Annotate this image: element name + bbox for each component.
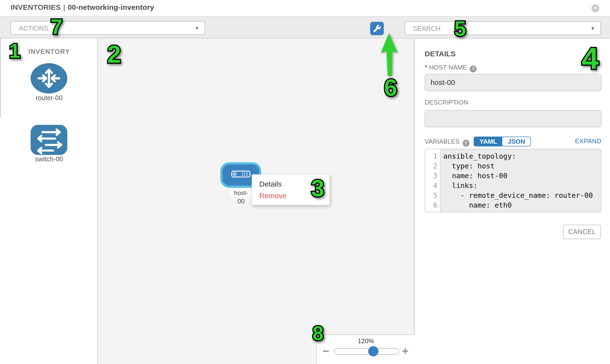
editor-line: 7 remote_interface_name: eth0: [425, 210, 601, 212]
editor-line-number: 3: [425, 171, 440, 181]
editor-line-number: 2: [425, 161, 440, 171]
editor-line-number: 5: [425, 190, 440, 200]
editor-line-text: - remote_device_name: router-00: [440, 190, 601, 200]
host-name-label-row: *HOST NAME?: [425, 64, 477, 72]
editor-line-text: ansible_topology:: [440, 151, 601, 161]
chevron-down-icon: ▾: [195, 25, 198, 31]
host-name-field[interactable]: [425, 74, 601, 91]
variables-editor[interactable]: 1ansible_topology:2 type: host3 name: ho…: [425, 149, 601, 212]
tab-yaml[interactable]: YAML: [474, 137, 502, 146]
cancel-button[interactable]: CANCEL: [563, 225, 601, 239]
zoom-in-button[interactable]: +: [402, 344, 409, 358]
editor-line-number: 6: [425, 200, 440, 210]
actions-dropdown-label: ACTIONS: [19, 25, 48, 32]
host-node-label: host-00: [231, 189, 252, 197]
toolbar: ACTIONS ▾ SEARCH ▾: [0, 16, 610, 39]
sidebar-item-switch-label: switch-00: [0, 156, 98, 163]
breadcrumb-inventory-name: 00-networking-inventory: [68, 3, 154, 11]
sidebar-item-switch[interactable]: [31, 125, 67, 156]
context-menu: Details Remove: [252, 174, 330, 205]
details-panel: DETAILS *HOST NAME? DESCRIPTION VARIABLE…: [415, 39, 610, 364]
sidebar-title: INVENTORY: [0, 48, 98, 56]
editor-line-number: 4: [425, 181, 440, 190]
zoom-slider-thumb[interactable]: [368, 346, 378, 356]
editor-line-text: name: host-00: [440, 171, 601, 181]
context-menu-item-details[interactable]: Details: [252, 178, 329, 190]
description-field[interactable]: [425, 110, 601, 127]
editor-padding: [425, 149, 601, 151]
inventory-topology-page: INVENTORIES|00-networking-inventory ✕ AC…: [0, 0, 610, 364]
variables-label: VARIABLES: [425, 138, 460, 145]
required-asterisk: *: [425, 64, 427, 71]
editor-line-number: 1: [425, 151, 440, 161]
editor-line: 6 name: eth0: [425, 200, 601, 210]
editor-line-text: name: eth0: [440, 200, 601, 210]
editor-line: 3 name: host-00: [425, 171, 601, 181]
editor-line: 1ansible_topology:: [425, 151, 601, 161]
editor-body: 1ansible_topology:2 type: host3 name: ho…: [425, 151, 601, 212]
host-server-icon: [231, 171, 250, 179]
search-input-placeholder: SEARCH: [413, 25, 441, 33]
variables-label-row: VARIABLES?: [425, 138, 469, 147]
zoom-control-panel: 120% − +: [316, 334, 415, 364]
wrench-tool-button[interactable]: [370, 22, 384, 35]
editor-line: 5 - remote_device_name: router-00: [425, 190, 601, 200]
variables-format-toggle: YAML JSON: [474, 137, 531, 146]
details-panel-title: DETAILS: [425, 50, 455, 58]
search-dropdown[interactable]: SEARCH ▾: [405, 21, 601, 35]
chevron-down-icon: ▾: [591, 25, 594, 32]
close-icon[interactable]: ✕: [591, 4, 599, 12]
editor-line-text: type: host: [440, 161, 601, 171]
editor-line: 2 type: host: [425, 161, 601, 171]
context-menu-item-remove[interactable]: Remove: [252, 190, 329, 202]
switch-icon: [31, 125, 67, 156]
sidebar-item-router-label: router-00: [0, 94, 98, 102]
zoom-level-value: 120%: [317, 337, 415, 345]
editor-line-number: 7: [425, 210, 440, 212]
help-icon[interactable]: ?: [470, 65, 477, 72]
help-icon[interactable]: ?: [463, 140, 469, 147]
expand-link[interactable]: EXPAND: [575, 137, 601, 145]
page-title: INVENTORIES|00-networking-inventory: [11, 3, 154, 12]
breadcrumb-section: INVENTORIES: [11, 3, 61, 11]
description-label: DESCRIPTION: [425, 99, 468, 106]
tab-json[interactable]: JSON: [502, 137, 531, 146]
sidebar-item-router[interactable]: [31, 63, 67, 94]
zoom-out-button[interactable]: −: [323, 344, 329, 358]
zoom-slider-track[interactable]: [334, 348, 399, 355]
editor-line: 4 links:: [425, 181, 601, 190]
header: INVENTORIES|00-networking-inventory ✕: [0, 0, 610, 16]
editor-line-text: remote_interface_name: eth0: [440, 210, 601, 212]
host-name-label: HOST NAME: [429, 64, 467, 71]
router-icon: [31, 63, 67, 94]
wrench-icon: [373, 25, 381, 33]
editor-line-text: links:: [440, 181, 601, 190]
actions-dropdown[interactable]: ACTIONS ▾: [11, 21, 205, 35]
breadcrumb-separator: |: [61, 3, 68, 11]
